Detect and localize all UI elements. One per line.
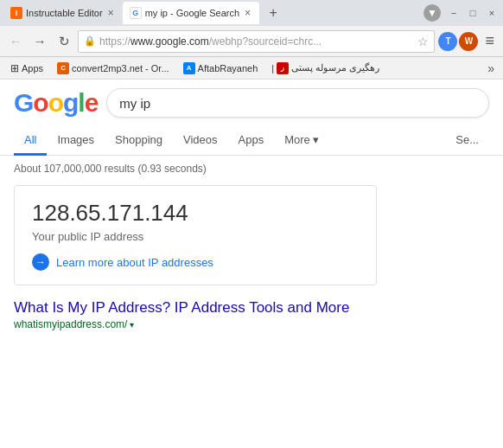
logo-g2: g: [63, 88, 78, 117]
logo-l: l: [78, 88, 84, 117]
address-protocol: https://: [99, 35, 131, 48]
address-path: /webhp?sourceid=chrc...: [209, 35, 322, 48]
bookmark-star-icon[interactable]: ☆: [417, 35, 429, 48]
search-input[interactable]: my ip: [106, 88, 489, 118]
bookmark-aftab-favicon: A: [183, 62, 195, 74]
bookmarks-more-button[interactable]: »: [484, 60, 498, 77]
bookmark-apps-icon: ⊞: [10, 62, 19, 74]
web-result: What Is My IP Address? IP Address Tools …: [14, 299, 446, 330]
address-domain: www.google.com: [131, 35, 209, 48]
logo-o2: o: [48, 88, 63, 117]
address-text: https://www.google.com/webhp?sourceid=ch…: [99, 35, 414, 48]
tab-favicon-instructable: I: [10, 7, 22, 19]
titlebar: I Instructable Editor × G my ip - Google…: [0, 0, 503, 26]
back-button[interactable]: ←: [5, 31, 26, 52]
bookmark-rasaneh-label: رهگیری مرسوله پستی: [291, 62, 379, 74]
extension-icons: T W: [438, 32, 478, 51]
logo-g1: G: [14, 88, 33, 117]
ip-label: Your public IP address: [32, 230, 359, 243]
maximize-button[interactable]: □: [465, 5, 481, 21]
profile-icon[interactable]: ▼: [423, 4, 441, 22]
google-logo: Google: [14, 88, 98, 118]
tab-videos[interactable]: Videos: [173, 126, 228, 156]
tab-label-instructable: Instructable Editor: [26, 8, 103, 18]
tab-instructable[interactable]: I Instructable Editor ×: [3, 2, 123, 24]
learn-more-link[interactable]: → Learn more about IP addresses: [32, 253, 359, 271]
tab-shopping-label: Shopping: [115, 133, 162, 146]
tab-shopping[interactable]: Shopping: [105, 126, 173, 156]
window-controls: − □ ×: [446, 5, 500, 21]
bookmark-c2mp3[interactable]: C convert2mp3.net - Or...: [52, 61, 175, 76]
bookmark-apps-label: Apps: [22, 63, 43, 74]
chrome-menu-button[interactable]: ≡: [481, 30, 498, 52]
web-result-url: whatismyipaddress.com/ ▾: [14, 318, 446, 330]
google-header: Google my ip: [0, 80, 503, 126]
navbar: ← → ↻ 🔒 https://www.google.com/webhp?sou…: [0, 26, 503, 57]
tab-images-label: Images: [57, 133, 94, 146]
web-result-title[interactable]: What Is My IP Address? IP Address Tools …: [14, 299, 446, 317]
web-result-url-text: whatismyipaddress.com/: [14, 318, 127, 330]
bookmark-c2mp3-favicon: C: [57, 62, 69, 74]
logo-o1: o: [33, 88, 48, 117]
bookmark-aftab-label: AftabRayaneh: [198, 63, 258, 74]
url-dropdown-button[interactable]: ▾: [130, 320, 134, 330]
search-bar-wrapper: my ip: [106, 88, 489, 118]
tab-more[interactable]: More ▾: [274, 126, 329, 156]
tab-videos-label: Videos: [183, 133, 218, 146]
bookmarks-bar: ⊞ Apps C convert2mp3.net - Or... A Aftab…: [0, 57, 503, 80]
bookmark-rasaneh[interactable]: | ر رهگیری مرسوله پستی: [266, 61, 385, 76]
lock-icon: 🔒: [84, 35, 96, 47]
minimize-button[interactable]: −: [446, 5, 462, 21]
tab-settings-label: Se...: [455, 133, 479, 146]
tab-images[interactable]: Images: [47, 126, 105, 156]
tab-apps[interactable]: Apps: [228, 126, 275, 156]
tab-google[interactable]: G my ip - Google Search ×: [123, 2, 259, 24]
office-extension-icon[interactable]: W: [459, 32, 478, 51]
tab-favicon-google: G: [130, 7, 142, 19]
tab-more-label: More ▾: [284, 133, 319, 146]
new-tab-button[interactable]: +: [263, 3, 283, 23]
tab-apps-label: Apps: [239, 133, 264, 146]
translate-extension-icon[interactable]: T: [438, 32, 457, 51]
results-area: About 107,000,000 results (0.93 seconds)…: [0, 156, 503, 337]
learn-more-text: Learn more about IP addresses: [56, 256, 213, 269]
results-count: About 107,000,000 results (0.93 seconds): [14, 163, 489, 175]
tab-close-instructable[interactable]: ×: [106, 7, 116, 19]
learn-more-icon: →: [32, 253, 49, 271]
bookmark-separator: |: [271, 63, 274, 74]
bookmark-c2mp3-label: convert2mp3.net - Or...: [72, 63, 169, 74]
tab-label-google: my ip - Google Search: [145, 8, 239, 18]
bookmark-rasaneh-favicon: ر: [277, 62, 289, 74]
close-button[interactable]: ×: [484, 5, 500, 21]
bookmark-apps[interactable]: ⊞ Apps: [5, 61, 48, 76]
google-page: Google my ip All Images Shopping Videos …: [0, 80, 503, 448]
forward-button[interactable]: →: [29, 31, 50, 52]
ip-address: 128.65.171.144: [32, 200, 359, 227]
bookmark-aftab[interactable]: A AftabRayaneh: [178, 61, 264, 76]
logo-e: e: [85, 88, 99, 117]
address-bar[interactable]: 🔒 https://www.google.com/webhp?sourceid=…: [78, 30, 435, 53]
search-tabs: All Images Shopping Videos Apps More ▾ S…: [0, 126, 503, 156]
reload-button[interactable]: ↻: [54, 31, 74, 52]
page-content: Google my ip All Images Shopping Videos …: [0, 80, 503, 337]
tab-all-label: All: [24, 133, 36, 146]
tab-settings[interactable]: Se...: [445, 126, 489, 156]
tab-close-google[interactable]: ×: [243, 7, 252, 19]
ip-result-card: 128.65.171.144 Your public IP address → …: [14, 185, 377, 285]
tab-all[interactable]: All: [14, 126, 47, 156]
